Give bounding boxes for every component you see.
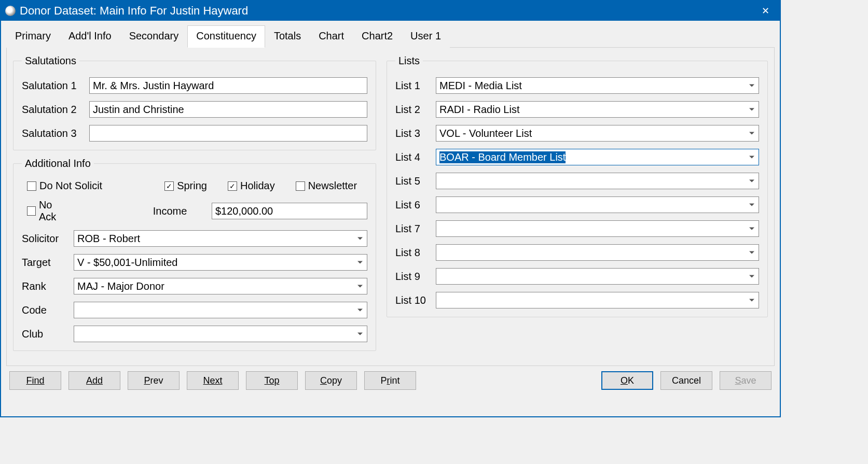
salutation-1-label: Salutation 1: [22, 80, 89, 92]
right-column: Lists List 1MEDI - Media ListList 2RADI …: [387, 55, 768, 358]
button-bar: Find Add Prev Next Top Copy Print OK Can…: [6, 366, 775, 392]
tab-user-1[interactable]: User 1: [402, 25, 450, 48]
spring-checkbox[interactable]: Spring: [164, 180, 207, 192]
list-2-label: List 2: [395, 104, 436, 116]
no-ack-checkbox[interactable]: No Ack: [27, 199, 70, 223]
salutation-2-input[interactable]: [89, 101, 367, 118]
club-combo[interactable]: [74, 326, 367, 342]
list-2-combo[interactable]: RADI - Radio List: [436, 101, 759, 118]
list-3-label: List 3: [395, 128, 436, 139]
rank-combo[interactable]: MAJ - Major Donor: [74, 278, 367, 294]
checkbox-label: Spring: [177, 180, 207, 192]
solicitor-combo[interactable]: ROB - Robert: [74, 230, 367, 247]
list-10-combo[interactable]: [436, 292, 759, 308]
ok-button[interactable]: OK: [601, 371, 653, 390]
code-label: Code: [22, 304, 74, 316]
list-8-combo[interactable]: [436, 244, 759, 261]
tab-page-constituency: Salutations Salutation 1Salutation 2Salu…: [6, 48, 775, 366]
checkbox-row-2: No Ack Income: [22, 199, 367, 223]
checkbox-label: Newsletter: [308, 180, 357, 192]
salutation-3-label: Salutation 3: [22, 128, 89, 139]
solicitor-label: Solicitor: [22, 233, 74, 245]
rank-label: Rank: [22, 280, 74, 292]
income-input[interactable]: [212, 203, 367, 219]
add-button[interactable]: Add: [68, 371, 120, 390]
top-button[interactable]: Top: [246, 371, 298, 390]
do-not-solicit-checkbox[interactable]: Do Not Solicit: [27, 180, 102, 192]
salutations-group: Salutations Salutation 1Salutation 2Salu…: [13, 55, 376, 150]
prev-button[interactable]: Prev: [128, 371, 180, 390]
left-column: Salutations Salutation 1Salutation 2Salu…: [13, 55, 376, 358]
salutation-2-label: Salutation 2: [22, 104, 89, 116]
checkbox-icon: [228, 181, 237, 191]
lists-legend: Lists: [395, 55, 423, 67]
list-6-label: List 6: [395, 199, 436, 211]
app-icon: [5, 6, 16, 16]
list-5-label: List 5: [395, 175, 436, 187]
list-6-combo[interactable]: [436, 196, 759, 213]
holiday-checkbox[interactable]: Holiday: [228, 180, 275, 192]
tab-constituency[interactable]: Constituency: [187, 25, 265, 48]
list-4-label: List 4: [395, 151, 436, 163]
income-label: Income: [153, 205, 191, 217]
close-icon[interactable]: ✕: [755, 1, 776, 21]
tab-chart2[interactable]: Chart2: [353, 25, 402, 48]
client-area: PrimaryAdd'l InfoSecondaryConstituencyTo…: [1, 21, 780, 397]
list-5-combo[interactable]: [436, 173, 759, 189]
copy-button[interactable]: Copy: [305, 371, 357, 390]
list-10-label: List 10: [395, 294, 436, 306]
newsletter-checkbox[interactable]: Newsletter: [296, 180, 357, 192]
window: Donor Dataset: Main Info For Justin Hayw…: [0, 0, 781, 417]
salutation-1-input[interactable]: [89, 77, 367, 94]
list-8-label: List 8: [395, 247, 436, 259]
print-button[interactable]: Print: [364, 371, 416, 390]
additional-info-group: Additional Info Do Not Solicit Spring: [13, 158, 376, 351]
checkbox-icon: [27, 206, 36, 216]
salutations-legend: Salutations: [22, 55, 79, 67]
list-3-combo[interactable]: VOL - Volunteer List: [436, 125, 759, 142]
tab-secondary[interactable]: Secondary: [120, 25, 188, 48]
tab-totals[interactable]: Totals: [265, 25, 310, 48]
list-9-combo[interactable]: [436, 268, 759, 285]
save-button[interactable]: Save: [720, 371, 771, 390]
list-7-label: List 7: [395, 223, 436, 235]
checkbox-label: Do Not Solicit: [39, 180, 102, 192]
window-title: Donor Dataset: Main Info For Justin Hayw…: [20, 4, 755, 18]
club-label: Club: [22, 328, 74, 340]
tabstrip: PrimaryAdd'l InfoSecondaryConstituencyTo…: [6, 25, 775, 48]
list-1-label: List 1: [395, 80, 436, 92]
next-button[interactable]: Next: [187, 371, 239, 390]
cancel-button[interactable]: Cancel: [660, 371, 712, 390]
list-1-combo[interactable]: MEDI - Media List: [436, 77, 759, 94]
titlebar: Donor Dataset: Main Info For Justin Hayw…: [1, 1, 780, 21]
additional-info-legend: Additional Info: [22, 158, 94, 170]
target-label: Target: [22, 257, 74, 269]
list-7-combo[interactable]: [436, 220, 759, 237]
checkbox-label: Holiday: [240, 180, 275, 192]
tab-add-l-info[interactable]: Add'l Info: [60, 25, 120, 48]
list-4-combo[interactable]: BOAR - Board Member List: [436, 149, 759, 165]
checkbox-label: No Ack: [39, 199, 70, 223]
list-9-label: List 9: [395, 271, 436, 283]
checkbox-row-1: Do Not Solicit Spring Holiday: [22, 180, 367, 192]
lists-group: Lists List 1MEDI - Media ListList 2RADI …: [387, 55, 768, 317]
find-button[interactable]: Find: [9, 371, 61, 390]
tab-primary[interactable]: Primary: [6, 25, 60, 48]
checkbox-icon: [27, 181, 36, 191]
checkbox-icon: [164, 181, 174, 191]
checkbox-icon: [296, 181, 305, 191]
target-combo[interactable]: V - $50,001-Unlimited: [74, 254, 367, 271]
salutation-3-input[interactable]: [89, 125, 367, 142]
tab-chart[interactable]: Chart: [310, 25, 353, 48]
code-combo[interactable]: [74, 302, 367, 318]
